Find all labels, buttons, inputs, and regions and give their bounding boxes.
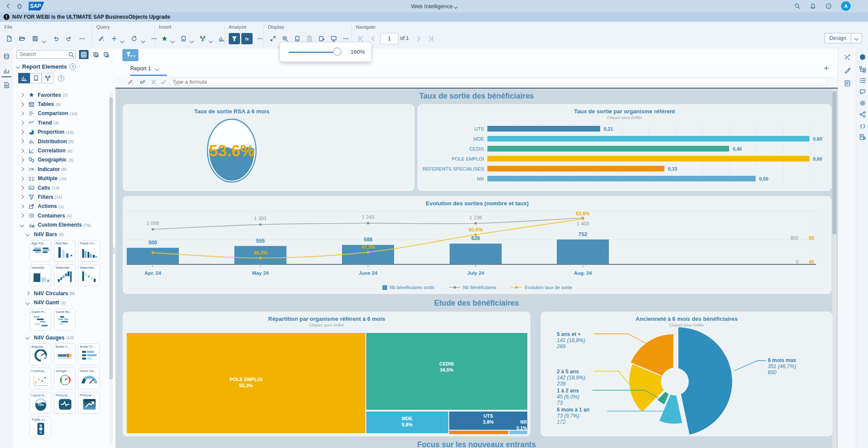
tree-item-cells[interactable]: abcCells(13) [13, 183, 109, 192]
add-query-button[interactable] [108, 33, 120, 44]
formula-validate-icon[interactable] [159, 78, 168, 86]
evolution-bar[interactable] [450, 244, 502, 264]
cells-toggle[interactable] [30, 73, 42, 83]
tile-pictural-[interactable]: Pictural ... [54, 392, 76, 414]
bar-pole-emploi[interactable] [487, 156, 809, 161]
formula-edit-icon[interactable]: 0 [126, 78, 135, 86]
analyze-more-button[interactable] [254, 33, 266, 44]
new-document-button[interactable] [3, 33, 15, 44]
group-n4v-gantt[interactable]: N4V Gantt(2) [13, 298, 109, 307]
panel-title-row[interactable]: Report Elements ? [16, 63, 76, 70]
bar-nr[interactable] [487, 176, 756, 181]
save-button[interactable] [30, 33, 41, 44]
tile-pictural-[interactable]: Pictural ... [78, 392, 100, 414]
tile-liquid-g-[interactable]: Liquid G...75% [30, 392, 51, 414]
tree-item-filters[interactable]: Filters(11) [13, 192, 109, 201]
group-n4v-circulars[interactable]: N4V Circulars(8) [13, 289, 109, 298]
search-input[interactable] [16, 50, 76, 59]
bar-cedis[interactable] [487, 146, 729, 152]
expand-all-button[interactable] [91, 50, 101, 59]
bar-referents-specialises[interactable] [487, 166, 664, 171]
next-page-button[interactable] [413, 33, 424, 44]
file-more-button[interactable] [76, 33, 88, 44]
tile-waterfall[interactable]: Waterfall [54, 264, 76, 286]
tree-item-actions[interactable]: Actions(1) [13, 202, 109, 211]
group-n4v-gauges[interactable]: N4V Gauges(10) [13, 333, 109, 342]
panel-scrollbar-thumb[interactable] [109, 97, 113, 379]
formula-editor-icon[interactable]: fx [138, 78, 147, 86]
shared-toggle[interactable] [42, 73, 53, 83]
report-elements-icon[interactable] [2, 67, 11, 76]
liquid-gauge-chart[interactable]: 53.6% [201, 116, 262, 187]
fullscreen-button[interactable] [267, 33, 279, 44]
canvas-resize-handle[interactable]: •••• [473, 88, 482, 90]
toggles-help-icon[interactable]: ? [58, 75, 64, 82]
organisme-bar-chart[interactable]: UTS0,21MDE0,60CEDIS0,45POLE EMPLOI0,60RE… [418, 105, 831, 191]
insert-shared-element-button[interactable] [197, 33, 208, 44]
tree-item-geographic[interactable]: Geographic(3) [13, 155, 109, 165]
filter-bar-toggle[interactable] [229, 33, 240, 44]
last-page-button[interactable] [425, 33, 437, 44]
treemap-chart[interactable]: POLE EMPLOI55,3%CEDIS34,5%MDE5,8%UTS3,8%… [123, 312, 530, 436]
design-mode-button[interactable]: Design [825, 33, 862, 43]
outline-icon[interactable] [842, 78, 852, 88]
tree-item-containers[interactable]: Containers(1) [13, 211, 109, 220]
tile-traffic-li-[interactable]: Traffic Li... [30, 416, 51, 438]
redo-button[interactable] [63, 33, 75, 44]
grid-view-button[interactable] [79, 50, 89, 59]
panel-help-icon[interactable]: ? [69, 63, 76, 70]
treemap-node-nr[interactable] [509, 431, 527, 434]
insert-cell-chevron[interactable] [190, 36, 194, 41]
insert-cell-button[interactable] [178, 33, 189, 44]
tile-drill-bar[interactable]: Drill Bar [54, 240, 76, 262]
document-structure-icon[interactable] [858, 64, 867, 74]
evolution-bar[interactable] [127, 248, 179, 264]
tree-item-correlation[interactable]: Correlation(6) [13, 146, 109, 155]
format-brush-icon[interactable] [842, 65, 852, 75]
tile-gantt-pr-[interactable]: Gantt Pr... [30, 309, 51, 330]
charts-toggle[interactable] [18, 73, 30, 83]
tree-item-comparison[interactable]: Comparison(14) [13, 109, 109, 118]
formula-cancel-icon[interactable] [149, 78, 158, 86]
tree-item-custom-elements[interactable]: Custom Elements(75) [13, 220, 109, 229]
tree-item-distribution[interactable]: Distribution(8) [13, 137, 109, 146]
panel-splitter[interactable]: •••• [113, 247, 115, 254]
settings-gear-icon[interactable] [858, 98, 867, 108]
tile-bullet-c-[interactable]: Bullet C... [54, 343, 76, 365]
save-menu-chevron[interactable] [43, 36, 47, 41]
insert-favorite-button[interactable] [159, 33, 170, 44]
tree-item-tables[interactable]: Tables(5) [13, 99, 109, 109]
product-title[interactable]: Web Intelligence [0, 3, 868, 10]
evolution-combo-chart[interactable]: 500Apr. 24555May 24588June 24626July 247… [123, 197, 832, 285]
tree-item-multiple[interactable]: Multiple(10) [13, 174, 109, 183]
tree-item-indicator[interactable]: Indicator(8) [13, 165, 109, 174]
add-query-chevron[interactable] [121, 36, 125, 41]
query-more-button[interactable] [148, 33, 160, 44]
tile-fixed-co-[interactable]: Fixed Co... [78, 240, 100, 262]
add-report-button[interactable] [823, 65, 830, 73]
evolution-bar[interactable] [557, 240, 609, 264]
refresh-chevron[interactable] [141, 36, 146, 41]
treemap-node-strip[interactable] [449, 431, 508, 434]
tile-gantt-re-[interactable]: Gantt Re... [54, 309, 76, 330]
avatar[interactable]: A [841, 1, 851, 11]
data-sources-icon[interactable] [2, 52, 11, 61]
group-n4v-bars[interactable]: N4V Bars(6) [13, 230, 109, 239]
bar-uts[interactable] [487, 126, 600, 132]
tile-colorize-[interactable]: Colorize... [30, 368, 51, 389]
tile-waterfall-[interactable]: Waterfall... [78, 264, 100, 286]
insert-chart-button[interactable] [216, 33, 227, 44]
tree-item-trend[interactable]: Trend(4) [13, 118, 109, 127]
edit-query-button[interactable]: 0 [95, 33, 107, 44]
build-tools-icon[interactable] [842, 52, 852, 62]
tree-item-favorites[interactable]: Favorites(3) [13, 90, 109, 99]
tile-variwide[interactable]: Variwide [30, 264, 51, 286]
add-filter-button[interactable] [122, 49, 138, 61]
tile-age-pyr-[interactable]: Age Pyr... [30, 240, 51, 262]
tile-hemi-ga-[interactable]: Hemi Ga... [78, 368, 100, 389]
canvas-scrollbar-thumb[interactable] [832, 91, 836, 234]
open-document-button[interactable] [16, 33, 28, 44]
document-summary-icon[interactable] [2, 81, 11, 89]
navigation-list-icon[interactable] [858, 76, 867, 85]
bell-icon[interactable] [807, 1, 819, 11]
